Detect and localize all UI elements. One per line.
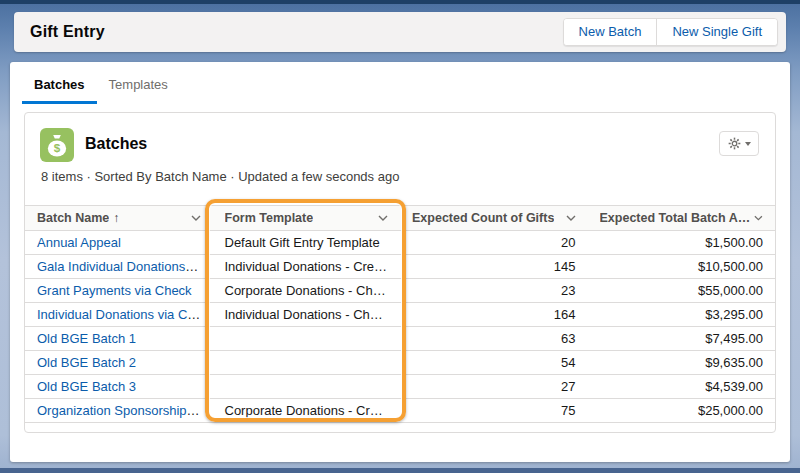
- table-row: Old BGE Batch 3 27 $4,539.00: [25, 375, 775, 399]
- expected-count-cell: 27: [400, 375, 588, 399]
- expected-count-cell: 23: [400, 279, 588, 303]
- column-header-expected-count[interactable]: Expected Count of Gifts: [400, 206, 588, 231]
- form-template-cell: [213, 375, 401, 399]
- batch-name-link[interactable]: Old BGE Batch 1: [37, 331, 136, 346]
- table-row: Individual Donations via Check Individua…: [25, 303, 775, 327]
- form-template-cell: Individual Donations - Credit Cards: [213, 255, 401, 279]
- table-row: Old BGE Batch 2 54 $9,635.00: [25, 351, 775, 375]
- tab-batches[interactable]: Batches: [22, 75, 97, 104]
- form-template-cell: Default Gift Entry Template: [213, 231, 401, 255]
- batch-name-cell: Gala Individual Donations via Check: [25, 255, 213, 279]
- svg-text:$: $: [54, 141, 61, 154]
- batch-name-link[interactable]: Annual Appeal: [37, 235, 121, 250]
- expected-count-cell: 75: [400, 399, 588, 423]
- list-meta-text: 8 items · Sorted By Batch Name · Updated…: [41, 169, 399, 184]
- header-button-group: New Batch New Single Gift: [563, 18, 778, 46]
- gift-entry-page: Gift Entry New Batch New Single Gift Bat…: [0, 0, 800, 473]
- list-card-header: $ Batches 8 items · Sorted By Batch Name…: [25, 113, 775, 205]
- batch-name-cell: Annual Appeal: [25, 231, 213, 255]
- window-bottom-edge: [0, 468, 800, 473]
- list-settings-button[interactable]: [719, 131, 759, 156]
- chevron-down-icon[interactable]: [191, 215, 201, 221]
- new-single-gift-button[interactable]: New Single Gift: [656, 19, 777, 45]
- content-panel: Batches Templates $ Batches 8 items · So…: [10, 62, 790, 462]
- gear-icon: [728, 137, 741, 150]
- form-template-cell: Individual Donations - Checks: [213, 303, 401, 327]
- chevron-down-icon[interactable]: [566, 215, 576, 221]
- batch-name-cell: Organization Sponsorships via Cre...: [25, 399, 213, 423]
- expected-total-cell: $4,539.00: [588, 375, 776, 399]
- batch-name-link[interactable]: Old BGE Batch 2: [37, 355, 136, 370]
- column-header-form-template[interactable]: Form Template: [213, 206, 401, 231]
- batches-table: Batch Name ↑ Form Template: [25, 205, 775, 423]
- expected-count-cell: 63: [400, 327, 588, 351]
- chevron-down-icon: [745, 142, 751, 146]
- table-body: Annual Appeal Default Gift Entry Templat…: [25, 231, 775, 423]
- table-row: Gala Individual Donations via Check Indi…: [25, 255, 775, 279]
- form-template-cell: [213, 351, 401, 375]
- page-header: Gift Entry New Batch New Single Gift: [14, 12, 786, 52]
- expected-total-cell: $10,500.00: [588, 255, 776, 279]
- expected-count-cell: 164: [400, 303, 588, 327]
- expected-total-cell: $7,495.00: [588, 327, 776, 351]
- expected-count-cell: 145: [400, 255, 588, 279]
- sort-ascending-icon: ↑: [113, 211, 119, 225]
- tab-bar: Batches Templates: [10, 62, 790, 104]
- chevron-down-icon[interactable]: [754, 215, 763, 221]
- batch-name-cell: Old BGE Batch 2: [25, 351, 213, 375]
- expected-total-cell: $1,500.00: [588, 231, 776, 255]
- column-header-batch-name[interactable]: Batch Name ↑: [25, 206, 213, 231]
- batch-name-link[interactable]: Individual Donations via Check: [37, 307, 213, 322]
- table-row: Annual Appeal Default Gift Entry Templat…: [25, 231, 775, 255]
- batch-name-link[interactable]: Organization Sponsorships via Cre...: [37, 403, 213, 418]
- expected-total-cell: $9,635.00: [588, 351, 776, 375]
- tab-templates[interactable]: Templates: [97, 75, 180, 104]
- batches-list-card: $ Batches 8 items · Sorted By Batch Name…: [24, 112, 776, 433]
- expected-count-cell: 20: [400, 231, 588, 255]
- form-template-cell: Corporate Donations - Checks: [213, 279, 401, 303]
- table-row: Old BGE Batch 1 63 $7,495.00: [25, 327, 775, 351]
- batch-name-cell: Old BGE Batch 3: [25, 375, 213, 399]
- table-header-row: Batch Name ↑ Form Template: [25, 206, 775, 231]
- card-title: Batches: [85, 135, 147, 153]
- page-title: Gift Entry: [30, 23, 105, 41]
- form-template-cell: Corporate Donations - Credit Cards: [213, 399, 401, 423]
- batch-name-cell: Grant Payments via Check: [25, 279, 213, 303]
- batch-name-cell: Individual Donations via Check: [25, 303, 213, 327]
- expected-total-cell: $25,000.00: [588, 399, 776, 423]
- new-batch-button[interactable]: New Batch: [564, 19, 657, 45]
- batch-name-link[interactable]: Grant Payments via Check: [37, 283, 192, 298]
- window-top-edge: [0, 0, 800, 4]
- expected-total-cell: $55,000.00: [588, 279, 776, 303]
- batch-name-cell: Old BGE Batch 1: [25, 327, 213, 351]
- chevron-down-icon[interactable]: [378, 215, 388, 221]
- table-row: Grant Payments via Check Corporate Donat…: [25, 279, 775, 303]
- batch-name-link[interactable]: Gala Individual Donations via Check: [37, 259, 213, 274]
- form-template-cell: [213, 327, 401, 351]
- expected-total-cell: $3,295.00: [588, 303, 776, 327]
- batch-name-link[interactable]: Old BGE Batch 3: [37, 379, 136, 394]
- expected-count-cell: 54: [400, 351, 588, 375]
- money-bag-icon: $: [40, 128, 74, 162]
- column-header-expected-total[interactable]: Expected Total Batch Amount: [588, 206, 776, 231]
- table-row: Organization Sponsorships via Cre... Cor…: [25, 399, 775, 423]
